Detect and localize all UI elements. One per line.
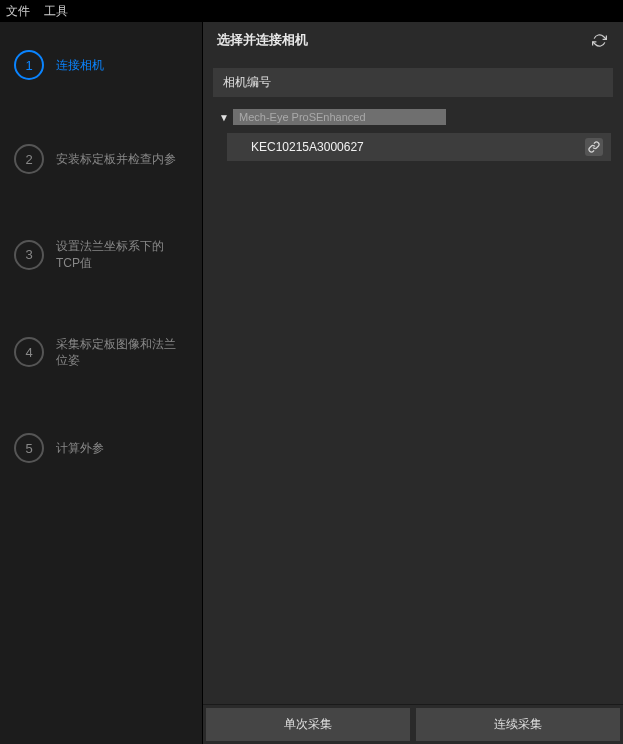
content-title: 选择并连接相机 xyxy=(217,31,308,49)
step-label: 设置法兰坐标系下的TCP值 xyxy=(56,238,186,272)
menu-file[interactable]: 文件 xyxy=(6,3,30,20)
continuous-capture-button[interactable]: 连续采集 xyxy=(416,708,620,741)
content-body: 相机编号 ▼ Mech-Eye ProSEnhanced KEC10215A30… xyxy=(203,58,623,704)
step-number: 3 xyxy=(14,240,44,270)
step-4-capture[interactable]: 4 采集标定板图像和法兰位姿 xyxy=(0,328,202,378)
camera-item[interactable]: KEC10215A3000627 xyxy=(227,133,611,161)
refresh-button[interactable] xyxy=(589,30,609,50)
camera-id-header: 相机编号 xyxy=(213,68,613,97)
camera-tree: ▼ Mech-Eye ProSEnhanced KEC10215A3000627 xyxy=(213,97,613,704)
step-number: 2 xyxy=(14,144,44,174)
step-3-set-tcp[interactable]: 3 设置法兰坐标系下的TCP值 xyxy=(0,230,202,280)
step-1-connect-camera[interactable]: 1 连接相机 xyxy=(0,42,202,88)
camera-id-value: KEC10215A3000627 xyxy=(251,140,364,154)
main: 1 连接相机 2 安装标定板并检查内参 3 设置法兰坐标系下的TCP值 4 采集… xyxy=(0,22,623,744)
connect-camera-button[interactable] xyxy=(585,138,603,156)
step-5-compute[interactable]: 5 计算外参 xyxy=(0,425,202,471)
step-number: 1 xyxy=(14,50,44,80)
menu-tools[interactable]: 工具 xyxy=(44,3,68,20)
content-panel: 选择并连接相机 相机编号 ▼ Mech-Eye ProSEnhanced KEC… xyxy=(202,22,623,744)
single-capture-button[interactable]: 单次采集 xyxy=(206,708,410,741)
menubar: 文件 工具 xyxy=(0,0,623,22)
footer: 单次采集 连续采集 xyxy=(203,704,623,744)
step-2-install-board[interactable]: 2 安装标定板并检查内参 xyxy=(0,136,202,182)
step-label: 连接相机 xyxy=(56,57,104,74)
step-label: 安装标定板并检查内参 xyxy=(56,151,176,168)
sidebar: 1 连接相机 2 安装标定板并检查内参 3 设置法兰坐标系下的TCP值 4 采集… xyxy=(0,22,202,744)
step-number: 5 xyxy=(14,433,44,463)
refresh-icon xyxy=(592,33,607,48)
content-header: 选择并连接相机 xyxy=(203,22,623,58)
step-label: 采集标定板图像和法兰位姿 xyxy=(56,336,186,370)
chevron-down-icon: ▼ xyxy=(219,112,229,123)
step-number: 4 xyxy=(14,337,44,367)
camera-group-label: Mech-Eye ProSEnhanced xyxy=(233,109,446,125)
step-label: 计算外参 xyxy=(56,440,104,457)
camera-group[interactable]: ▼ Mech-Eye ProSEnhanced xyxy=(213,105,613,129)
link-icon xyxy=(588,141,600,153)
